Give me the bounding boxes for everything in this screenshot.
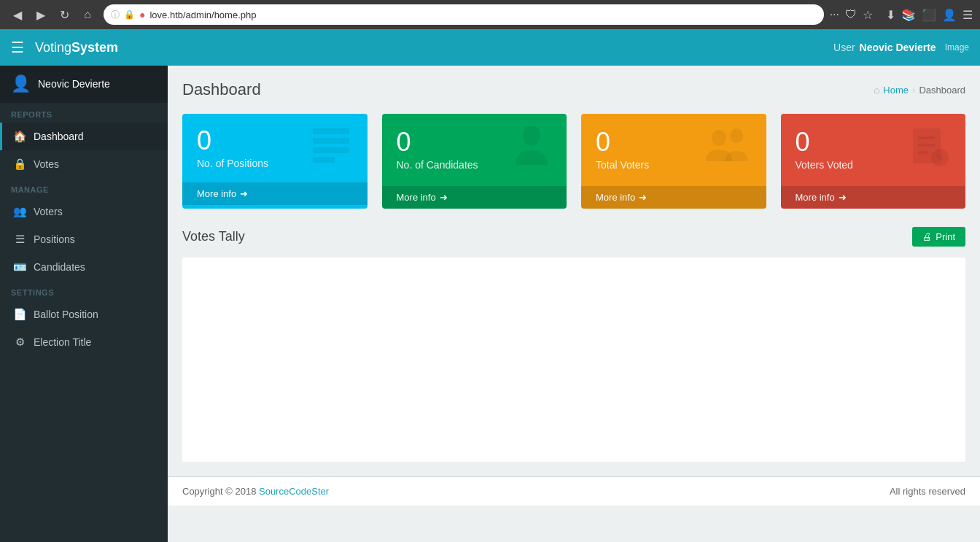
main-footer: Copyright © 2018 SourceCodeSter All righ… xyxy=(168,476,980,506)
arrow-icon-voters-voted: ➜ xyxy=(839,192,847,203)
library-icon[interactable]: 📚 xyxy=(901,8,916,22)
print-label: Print xyxy=(936,231,955,242)
main-inner: Dashboard ⌂ Home › Dashboard 0 xyxy=(168,66,980,476)
sidebar-item-voters[interactable]: 👥 Voters xyxy=(0,198,168,225)
voted-bg-icon: ✎ xyxy=(907,125,951,175)
stat-card-footer-positions[interactable]: More info ➜ xyxy=(182,182,368,205)
brand-name: VotingSystem xyxy=(35,40,118,55)
sidebar-item-label: Ballot Position xyxy=(34,309,98,320)
ballot-icon: 📄 xyxy=(13,308,26,321)
sidebar-item-election-title[interactable]: ⚙ Election Title xyxy=(0,328,168,356)
main-content: Dashboard ⌂ Home › Dashboard 0 xyxy=(168,66,980,542)
dashboard-icon: 🏠 xyxy=(13,130,26,143)
browser-chrome: ◀ ▶ ↻ ⌂ ⓘ 🔒 ● love.htb/admin/home.php ··… xyxy=(0,0,980,29)
voters-voted-label: Voters Voted xyxy=(796,159,853,171)
candidates-count: 0 xyxy=(397,129,478,155)
avatar: 👤 xyxy=(11,74,31,93)
home-button[interactable]: ⌂ xyxy=(77,4,98,25)
breadcrumb-home[interactable]: Home xyxy=(883,85,909,96)
election-icon: ⚙ xyxy=(13,336,26,349)
settings-section-label: SETTINGS xyxy=(0,281,168,301)
positions-bg-icon xyxy=(309,125,353,171)
browser-nav-buttons: ◀ ▶ ↻ ⌂ xyxy=(7,4,98,25)
sidebar-item-candidates[interactable]: 🪪 Candidates xyxy=(0,253,168,281)
app-wrapper: ☰ VotingSystem User Neovic Devierte Imag… xyxy=(0,29,980,542)
back-button[interactable]: ◀ xyxy=(7,4,28,25)
sidebar-item-label: Voters xyxy=(34,206,63,217)
print-icon: 🖨 xyxy=(922,231,932,242)
content-area: 👤 Neovic Devierte REPORTS 🏠 Dashboard 🔒 … xyxy=(0,66,980,542)
star-icon[interactable]: ☆ xyxy=(863,8,873,22)
print-button[interactable]: 🖨 Print xyxy=(912,227,965,247)
more-info-positions: More info xyxy=(197,188,236,199)
stat-card-footer-total-voters[interactable]: More info ➜ xyxy=(581,186,766,209)
home-icon: ⌂ xyxy=(874,84,879,96)
svg-rect-1 xyxy=(313,138,349,144)
sidebar-item-label: Candidates xyxy=(34,261,85,273)
sidebar-item-positions[interactable]: ☰ Positions xyxy=(0,225,168,253)
stat-card-body-positions: 0 No. of Positions xyxy=(182,114,368,182)
breadcrumb-separator: › xyxy=(912,85,915,96)
user-image-label: Image xyxy=(945,42,969,53)
sidebar-toggle[interactable]: ☰ xyxy=(11,39,24,56)
menu-icon[interactable]: ☰ xyxy=(962,8,973,22)
stat-card-voters-voted[interactable]: 0 Voters Voted ✎ xyxy=(781,114,966,209)
svg-point-6 xyxy=(730,128,743,143)
user-display-name[interactable]: Neovic Devierte xyxy=(860,42,936,53)
address-bar[interactable]: ⓘ 🔒 ● love.htb/admin/home.php xyxy=(104,4,824,25)
voters-bg-icon xyxy=(704,125,752,175)
footer-right-text: All rights reserved xyxy=(890,486,965,497)
profile-icon[interactable]: 👤 xyxy=(942,8,957,22)
breadcrumb-current: Dashboard xyxy=(919,85,965,96)
browser-right-icons: ··· 🛡 ☆ ⬇ 📚 ⬛ 👤 ☰ xyxy=(830,8,973,22)
svg-rect-3 xyxy=(313,157,335,163)
sidebar-item-label: Positions xyxy=(34,233,75,245)
breadcrumb: ⌂ Home › Dashboard xyxy=(874,84,965,96)
more-info-total-voters: More info xyxy=(596,192,635,203)
brand-dot: ● xyxy=(139,9,145,20)
stat-card-left-positions: 0 No. of Positions xyxy=(197,128,268,169)
download-icon[interactable]: ⬇ xyxy=(886,8,895,22)
stat-card-candidates[interactable]: 0 No. of Candidates More in xyxy=(382,114,567,209)
reload-button[interactable]: ↻ xyxy=(54,4,74,25)
stat-card-total-voters[interactable]: 0 Total Voters xyxy=(581,114,766,209)
stat-card-left-total-voters: 0 Total Voters xyxy=(596,129,649,171)
footer-link[interactable]: SourceCodeSter xyxy=(259,486,329,497)
stat-card-footer-voters-voted[interactable]: More info ➜ xyxy=(781,186,966,209)
total-voters-count: 0 xyxy=(596,129,649,155)
sidebar-item-ballot-position[interactable]: 📄 Ballot Position xyxy=(0,301,168,328)
stat-card-footer-candidates[interactable]: More info ➜ xyxy=(382,186,567,209)
stat-card-body-candidates: 0 No. of Candidates xyxy=(382,114,567,186)
more-info-candidates: More info xyxy=(397,192,436,203)
more-options-icon[interactable]: ··· xyxy=(830,8,839,21)
forward-button[interactable]: ▶ xyxy=(31,4,51,25)
svg-rect-0 xyxy=(313,128,349,134)
svg-point-5 xyxy=(712,130,726,146)
sidebar-username: Neovic Devierte xyxy=(38,78,110,90)
stat-card-positions[interactable]: 0 No. of Positions xyxy=(182,114,368,209)
reading-icon[interactable]: ⬛ xyxy=(922,8,936,22)
more-info-voters-voted: More info xyxy=(796,192,835,203)
svg-point-4 xyxy=(523,125,540,146)
sidebar: 👤 Neovic Devierte REPORTS 🏠 Dashboard 🔒 … xyxy=(0,66,168,542)
manage-section-label: MANAGE xyxy=(0,178,168,198)
sidebar-item-votes[interactable]: 🔒 Votes xyxy=(0,150,168,178)
sidebar-item-label: Votes xyxy=(34,158,59,170)
votes-tally-header: Votes Tally 🖨 Print xyxy=(182,227,965,247)
voters-icon: 👥 xyxy=(13,205,26,218)
votes-icon: 🔒 xyxy=(13,158,26,171)
candidates-icon: 🪪 xyxy=(13,260,26,274)
sidebar-item-dashboard[interactable]: 🏠 Dashboard xyxy=(0,123,168,150)
candidates-label: No. of Candidates xyxy=(397,159,478,171)
arrow-icon-candidates: ➜ xyxy=(440,192,448,203)
page-header: Dashboard ⌂ Home › Dashboard xyxy=(182,80,965,99)
user-label: User xyxy=(833,42,855,53)
info-icon: ⓘ xyxy=(111,9,120,21)
stats-row: 0 No. of Positions xyxy=(182,114,965,209)
brand-regular: Voting xyxy=(35,40,71,55)
tally-area xyxy=(182,258,965,462)
voters-voted-count: 0 xyxy=(796,129,853,155)
svg-text:✎: ✎ xyxy=(935,151,944,163)
lock-icon: 🔒 xyxy=(124,9,135,20)
top-header: ☰ VotingSystem User Neovic Devierte Imag… xyxy=(0,29,980,66)
